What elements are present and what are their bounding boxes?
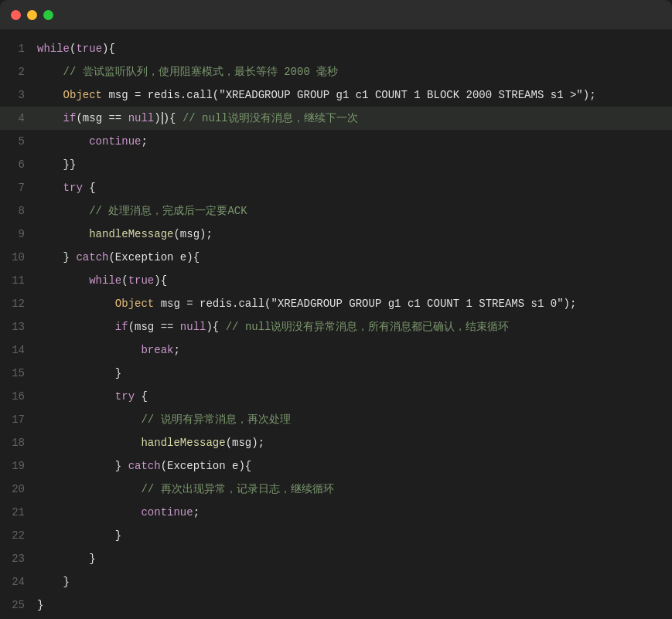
token-plain: ; <box>173 344 179 356</box>
token-comment: // 说明有异常消息，再次处理 <box>141 413 290 426</box>
token-comment: // 再次出现异常，记录日志，继续循环 <box>141 483 333 495</box>
token-plain: } <box>37 251 76 264</box>
code-line: 13 if(msg == null){ // null说明没有异常消息，所有消息… <box>0 315 672 338</box>
token-plain <box>37 298 115 310</box>
code-line: 21 continue; <box>0 501 672 524</box>
token-plain: } <box>37 367 121 379</box>
token-null-kw: null <box>180 321 206 333</box>
token-plain <box>37 506 141 519</box>
token-plain <box>37 112 63 124</box>
line-content: if(msg == null){ // null说明没有异常消息，所有消息都已确… <box>37 315 672 338</box>
code-container[interactable]: 1while(true){2 // 尝试监听队列，使用阻塞模式，最长等待 200… <box>0 29 672 619</box>
line-number: 9 <box>0 223 37 246</box>
token-plain: (msg); <box>173 228 212 240</box>
token-plain: (Exception e){ <box>161 460 252 472</box>
line-content: while(true){ <box>37 269 672 292</box>
line-content: continue; <box>37 130 672 153</box>
token-plain: { <box>135 390 148 403</box>
code-line: 22 } <box>0 524 672 547</box>
line-content: }} <box>37 153 672 176</box>
code-line: 8 // 处理消息，完成后一定要ACK <box>0 199 672 223</box>
code-line: 19 } catch(Exception e){ <box>0 454 672 478</box>
token-plain: } <box>37 529 121 542</box>
line-content: Object msg = redis.call("XREADGROUP GROU… <box>37 83 672 107</box>
line-number: 20 <box>0 478 37 501</box>
code-line: 20 // 再次出现异常，记录日志，继续循环 <box>0 478 672 501</box>
line-number: 16 <box>0 385 37 408</box>
line-content: while(true){ <box>37 37 672 60</box>
line-content: continue; <box>37 501 672 524</box>
token-plain: ( <box>121 274 128 287</box>
line-number: 11 <box>0 269 37 292</box>
line-number: 4 <box>0 107 37 130</box>
token-plain: (msg == <box>76 112 128 124</box>
line-number: 5 <box>0 130 37 153</box>
line-number: 23 <box>0 547 37 570</box>
token-plain: ){ <box>206 321 225 333</box>
token-kw: continue <box>141 506 193 519</box>
code-line: 16 try { <box>0 385 672 408</box>
line-content: if(msg == null)){ // null说明没有消息，继续下一次 <box>37 107 672 130</box>
line-number: 21 <box>0 501 37 524</box>
code-line: 9 handleMessage(msg); <box>0 223 672 246</box>
token-plain: (msg == <box>128 321 180 333</box>
token-plain: ; <box>141 135 147 148</box>
token-kw: true <box>128 274 155 287</box>
line-content: try { <box>37 385 672 408</box>
line-number: 17 <box>0 408 37 431</box>
line-content: // 处理消息，完成后一定要ACK <box>37 199 672 223</box>
code-line: 24 } <box>0 570 672 593</box>
code-line: 14 break; <box>0 338 672 362</box>
token-kw: while <box>37 43 70 55</box>
close-button[interactable] <box>11 10 21 20</box>
token-kw: continue <box>89 135 141 148</box>
minimize-button[interactable] <box>27 10 37 20</box>
token-comment: // null说明没有消息，继续下一次 <box>182 112 358 124</box>
code-line: 11 while(true){ <box>0 269 672 292</box>
code-line: 25} <box>0 593 672 617</box>
line-content: } <box>37 524 672 547</box>
token-plain: msg = redis.call("XREADGROUP GROUP g1 c1… <box>102 89 596 101</box>
token-plain: ; <box>193 506 200 519</box>
line-number: 14 <box>0 338 37 362</box>
token-plain <box>37 135 89 148</box>
code-editor-window: 1while(true){2 // 尝试监听队列，使用阻塞模式，最长等待 200… <box>0 0 672 619</box>
token-plain: } <box>37 599 43 611</box>
maximize-button[interactable] <box>43 10 53 20</box>
code-line: 6 }} <box>0 153 672 176</box>
token-plain: } <box>37 460 128 472</box>
line-content: } <box>37 570 672 593</box>
line-number: 10 <box>0 246 37 269</box>
line-number: 19 <box>0 454 37 478</box>
code-line: 1while(true){ <box>0 37 672 60</box>
token-plain: } <box>37 553 96 565</box>
code-line: 12 Object msg = redis.call("XREADGROUP G… <box>0 292 672 315</box>
token-method: handleMessage <box>89 228 173 240</box>
titlebar <box>0 0 672 29</box>
code-line: 18 handleMessage(msg); <box>0 431 672 454</box>
token-kw: while <box>89 274 121 287</box>
token-comment: // 尝试监听队列，使用阻塞模式，最长等待 2000 毫秒 <box>63 66 339 78</box>
code-line: 7 try { <box>0 176 672 199</box>
token-obj: Object <box>115 298 154 310</box>
token-plain: } <box>37 576 70 588</box>
token-comment: // 处理消息，完成后一定要ACK <box>89 205 247 217</box>
line-content: } <box>37 593 672 617</box>
line-content: } catch(Exception e){ <box>37 454 672 478</box>
line-content: Object msg = redis.call("XREADGROUP GROU… <box>37 292 672 315</box>
code-line: 17 // 说明有异常消息，再次处理 <box>0 408 672 431</box>
token-kw: if <box>115 321 128 333</box>
token-plain: { <box>83 182 96 194</box>
token-plain <box>37 205 89 217</box>
token-plain: (Exception e){ <box>108 251 200 264</box>
token-plain: }} <box>37 158 76 171</box>
token-kw: break <box>141 344 173 356</box>
token-plain <box>37 321 115 333</box>
line-number: 2 <box>0 60 37 83</box>
line-content: break; <box>37 338 672 362</box>
token-kw: catch <box>76 251 108 264</box>
line-number: 7 <box>0 176 37 199</box>
token-plain: ) <box>154 112 160 124</box>
token-plain: msg = redis.call("XREADGROUP GROUP g1 c1… <box>154 298 576 310</box>
line-content: // 再次出现异常，记录日志，继续循环 <box>37 478 672 501</box>
